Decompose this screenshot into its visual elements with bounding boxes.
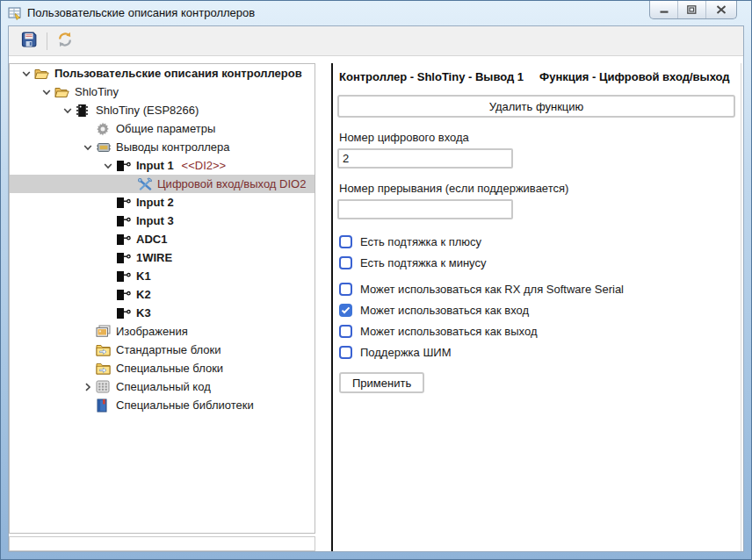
- checkbox-checked[interactable]: [339, 304, 352, 317]
- tree-bottom-strip: [9, 536, 315, 551]
- tree-item[interactable]: Специальные библиотеки: [10, 396, 315, 414]
- tree-item-label: Специальный код: [116, 380, 211, 393]
- tree-item-label: K3: [136, 306, 151, 319]
- tree-item-label: Input 1: [136, 159, 174, 172]
- tree-item[interactable]: Общие параметры: [10, 119, 315, 138]
- checkbox-label: Может использоваться как выход: [360, 325, 538, 338]
- tree-panel: Пользовательские описания контроллеровSh…: [9, 56, 315, 551]
- library-icon: [96, 398, 112, 413]
- tree-item-label: ShloTiny: [75, 85, 119, 98]
- tree-item[interactable]: Специальные блоки: [10, 359, 315, 377]
- tree-item[interactable]: Стандартные блоки: [10, 341, 315, 359]
- tree-item-label: Изображения: [116, 325, 188, 338]
- pin-icon: [116, 305, 133, 320]
- pin-icon: [116, 158, 133, 173]
- maximize-icon: [687, 4, 697, 17]
- maximize-button[interactable]: [678, 1, 706, 18]
- pin-icon: [116, 232, 133, 247]
- pin-icon: [116, 195, 133, 210]
- checkbox-row: Есть подтяжка к минусу: [339, 252, 735, 273]
- folder-open-icon: [54, 84, 71, 99]
- tree-item[interactable]: K2: [10, 285, 315, 304]
- tree-item[interactable]: ADC1: [10, 230, 315, 248]
- checkbox-label: Может использоваться как вход: [360, 304, 529, 317]
- images-icon: [96, 324, 112, 339]
- close-icon: [716, 4, 727, 17]
- close-button[interactable]: [706, 1, 736, 18]
- window-controls: [649, 1, 737, 19]
- titlebar[interactable]: Пользовательские описания контроллеров: [1, 1, 751, 25]
- digital-input-number-field[interactable]: [337, 148, 513, 169]
- tree-item[interactable]: Input 2: [10, 193, 315, 212]
- tree-item[interactable]: K1: [10, 267, 315, 285]
- checkbox-row: Есть подтяжка к плюсу: [339, 231, 735, 252]
- chevron-down-icon[interactable]: [39, 88, 54, 97]
- pin-icon: [116, 213, 133, 228]
- chevron-down-icon[interactable]: [18, 69, 34, 78]
- tree-item-label: Цифровой вход/выход DIO2: [157, 177, 306, 190]
- folder-blocks-icon: [96, 342, 112, 357]
- panel-gap: [315, 56, 331, 551]
- pin-icon: [116, 250, 133, 265]
- checkbox-label: Есть подтяжка к минусу: [360, 256, 486, 269]
- code-icon: [96, 379, 112, 394]
- gear-icon: [96, 121, 112, 136]
- checkbox-label: Есть подтяжка к плюсу: [360, 235, 481, 248]
- tree-item[interactable]: K3: [10, 304, 315, 322]
- interrupt-number-label: Номер прерывания (если поддерживается): [337, 182, 735, 195]
- checkbox-unchecked[interactable]: [339, 283, 352, 296]
- panel-header-function: Функция - Цифровой вход/выход: [539, 70, 729, 83]
- interrupt-number-field[interactable]: [337, 199, 513, 219]
- tree-item-label: Стандартные блоки: [116, 343, 221, 356]
- refresh-button[interactable]: [54, 30, 76, 53]
- main-area: Пользовательские описания контроллеровSh…: [8, 25, 744, 552]
- digital-input-number-label: Номер цифрового входа: [337, 131, 735, 144]
- tree-item-label: Input 2: [136, 196, 174, 209]
- checkbox-row: Может использоваться как RX для Software…: [339, 278, 735, 299]
- tree-item[interactable]: Цифровой вход/выход DIO2: [10, 175, 315, 193]
- window-title: Пользовательские описания контроллеров: [27, 6, 255, 19]
- delete-function-button[interactable]: Удалить функцию: [337, 95, 735, 118]
- checkbox-row: Может использоваться как вход: [339, 299, 735, 320]
- tree-item[interactable]: 1WIRE: [10, 248, 315, 267]
- content-area: Пользовательские описания контроллеровSh…: [9, 56, 743, 551]
- checkbox-unchecked[interactable]: [339, 325, 352, 338]
- toolbar-separator: [47, 32, 47, 50]
- tree-item[interactable]: Input 3: [10, 212, 315, 230]
- tree-item-label: ShloTiny (ESP8266): [96, 104, 199, 117]
- mcu-icon: [96, 140, 112, 154]
- tree-item-label: 1WIRE: [136, 251, 172, 264]
- tree-item[interactable]: Выводы контроллера: [10, 138, 315, 156]
- checkbox-row: Может использоваться как выход: [339, 320, 735, 341]
- chevron-down-icon[interactable]: [80, 143, 96, 152]
- chevron-down-icon[interactable]: [60, 106, 76, 115]
- tree-item-label: Специальные блоки: [116, 362, 223, 375]
- checkbox-unchecked[interactable]: [339, 235, 352, 248]
- tree-item-label: Общие параметры: [116, 122, 215, 135]
- save-button[interactable]: [18, 30, 40, 53]
- chevron-right-icon[interactable]: [80, 383, 96, 391]
- tree-item-label: ADC1: [136, 233, 167, 246]
- tree-item[interactable]: Изображения: [10, 322, 315, 341]
- tree-item[interactable]: ShloTiny: [10, 83, 315, 101]
- tree-item-label: Выводы контроллера: [116, 140, 230, 154]
- tree-item-label: K2: [136, 288, 151, 301]
- checkbox-unchecked[interactable]: [339, 346, 352, 359]
- toolbar: [9, 26, 743, 56]
- minimize-icon: [660, 4, 669, 17]
- chevron-down-icon[interactable]: [100, 162, 116, 170]
- app-window: Пользовательские описания контроллеров П…: [0, 0, 752, 560]
- tree-item[interactable]: ShloTiny (ESP8266): [10, 101, 315, 119]
- apply-button[interactable]: Применить: [339, 372, 424, 393]
- save-icon: [20, 31, 38, 51]
- tree-item[interactable]: Специальный код: [10, 377, 315, 396]
- tree: Пользовательские описания контроллеровSh…: [9, 63, 315, 534]
- refresh-icon: [56, 31, 74, 51]
- checkbox-label: Может использоваться как RX для Software…: [360, 283, 624, 296]
- minimize-button[interactable]: [650, 1, 678, 18]
- chip-icon: [76, 103, 92, 118]
- tree-item[interactable]: Пользовательские описания контроллеров: [10, 64, 315, 83]
- tree-item[interactable]: Input 1<<DI2>>: [10, 156, 315, 175]
- checkbox-group: Есть подтяжка к плюсуЕсть подтяжка к мин…: [337, 231, 735, 363]
- checkbox-unchecked[interactable]: [339, 256, 352, 269]
